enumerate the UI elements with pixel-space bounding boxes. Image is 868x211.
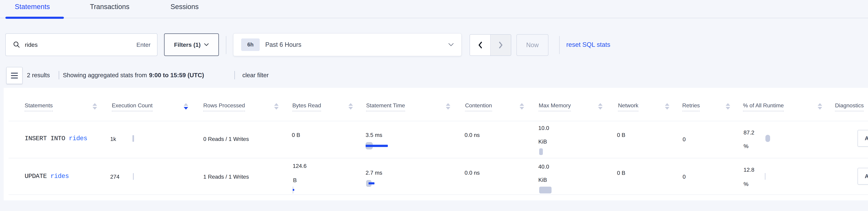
time-range-picker[interactable]: 6h Past 6 Hours (233, 33, 462, 56)
col-header-statement-time[interactable]: Statement Time (366, 102, 405, 111)
bytes-read-unit: B (293, 177, 297, 184)
separator (59, 71, 59, 79)
tab-transactions[interactable]: Transactions (90, 3, 129, 10)
pct-runtime-bar (766, 135, 770, 142)
search-input[interactable] (25, 41, 136, 48)
sort-icon-retries[interactable] (726, 103, 731, 110)
sort-icon-network[interactable] (665, 103, 670, 110)
time-range-badge: 6h (241, 38, 260, 51)
statement-time-mean-bar (366, 145, 388, 147)
col-header-retries[interactable]: Retries (682, 102, 700, 111)
separator (235, 71, 235, 79)
execution-count-value: 274 (110, 173, 119, 180)
sort-icon-rows-processed[interactable] (274, 103, 279, 110)
tab-sessions[interactable]: Sessions (170, 3, 198, 10)
col-header-execution-count[interactable]: Execution Count (112, 102, 153, 111)
showing-prefix: Showing aggregated stats from (63, 72, 147, 78)
header-divider (8, 121, 868, 121)
filters-label: Filters (1) (174, 42, 200, 48)
contention-value: 0.0 ns (465, 131, 479, 139)
execution-count-value: 1k (110, 135, 116, 143)
active-tab-indicator (5, 17, 64, 19)
table-bottom-border (8, 194, 868, 195)
pct-runtime-unit: % (744, 180, 748, 188)
max-memory-unit: KiB (538, 138, 547, 145)
max-memory-value: 10.0 (538, 124, 549, 132)
col-header-bytes-read[interactable]: Bytes Read (292, 102, 321, 111)
rows-processed-value: 1 Reads / 1 Writes (203, 173, 249, 180)
activate-diagnostics-button[interactable]: Activate (858, 130, 868, 147)
menu-icon (11, 73, 18, 78)
bytes-read-mean-bar (293, 189, 294, 191)
chevron-down-icon (204, 43, 209, 47)
max-memory-unit: KiB (538, 176, 547, 184)
max-memory-value: 40.0 (538, 163, 549, 170)
execution-count-bar (132, 135, 134, 142)
chevron-left-icon (477, 41, 483, 49)
search-enter-hint: Enter (136, 42, 151, 48)
col-header-network[interactable]: Network (618, 102, 638, 111)
col-header-pct-runtime[interactable]: % of All Runtime (743, 102, 784, 111)
chevron-down-icon (448, 43, 454, 47)
showing-stats-text: Showing aggregated stats from9:00 to 15:… (63, 72, 204, 79)
bytes-read-value: 0 B (292, 131, 300, 139)
col-header-diagnostics[interactable]: Diagnostics (835, 102, 864, 111)
statement-link[interactable]: INSERT INTO rides (25, 135, 87, 142)
pct-runtime-unit: % (744, 142, 748, 150)
retries-value: 0 (683, 136, 686, 143)
now-button[interactable]: Now (517, 34, 549, 56)
toolbar-divider (226, 36, 226, 54)
results-count: 2 results (27, 72, 50, 79)
toolbar-divider (559, 36, 560, 54)
statements-table: Statements Execution Count Rows Processe… (4, 88, 868, 201)
search-box[interactable]: Enter (5, 33, 157, 56)
max-memory-bar (539, 187, 552, 193)
execution-count-bar (133, 173, 134, 180)
previous-window-button[interactable] (470, 35, 491, 55)
sort-icon-max-memory[interactable] (598, 103, 603, 110)
col-header-max-memory[interactable]: Max Memory (539, 102, 571, 111)
sort-icon-statement-time[interactable] (446, 103, 451, 110)
sort-icon-statements[interactable] (93, 103, 97, 110)
clear-filter-link[interactable]: clear filter (242, 72, 269, 79)
time-range-label: Past 6 Hours (265, 41, 301, 48)
rows-processed-value: 0 Reads / 1 Writes (203, 135, 249, 143)
sort-icon-bytes-read[interactable] (348, 103, 353, 110)
sql-table-name: rides (69, 135, 87, 142)
contention-value: 0.0 ns (465, 169, 479, 176)
bytes-read-value: 124.6 (293, 162, 307, 169)
retries-value: 0 (683, 173, 686, 180)
network-value: 0 B (617, 131, 625, 139)
statement-link[interactable]: UPDATE rides (25, 173, 69, 180)
max-memory-bar (539, 149, 543, 155)
col-header-rows-processed[interactable]: Rows Processed (203, 102, 245, 111)
column-selector-button[interactable] (6, 67, 23, 84)
time-window-pager (470, 34, 511, 56)
statements-page: { "colors": { "accent": "#1e46f5", "link… (0, 0, 868, 211)
sql-table-name: rides (50, 173, 69, 180)
chevron-right-icon (498, 41, 503, 49)
tab-statements[interactable]: Statements (15, 3, 50, 10)
statement-time-value: 2.7 ms (366, 169, 382, 176)
pct-runtime-bar (765, 173, 766, 180)
showing-time-range: 9:00 to 15:59 (UTC) (149, 72, 204, 78)
tabbar-divider (0, 18, 868, 18)
col-header-statements[interactable]: Statements (25, 102, 53, 111)
activate-diagnostics-button[interactable]: Activate (858, 168, 868, 185)
sort-icon-execution-count-desc[interactable] (184, 103, 189, 110)
sql-keyword: INSERT INTO (25, 135, 65, 142)
col-header-contention[interactable]: Contention (465, 102, 492, 111)
network-value: 0 B (617, 169, 625, 177)
statement-time-value: 3.5 ms (366, 131, 382, 139)
pct-runtime-value: 87.2 (744, 129, 754, 136)
reset-sql-stats-link[interactable]: reset SQL stats (566, 41, 610, 48)
filters-button[interactable]: Filters (1) (164, 33, 219, 56)
search-icon (13, 41, 21, 49)
row-divider (8, 158, 868, 158)
statement-time-mean-bar (369, 182, 374, 184)
sort-icon-pct-runtime[interactable] (818, 103, 823, 110)
sort-icon-contention[interactable] (520, 103, 524, 110)
pct-runtime-value: 12.8 (744, 166, 754, 174)
next-window-button[interactable] (491, 35, 511, 55)
sql-keyword: UPDATE (25, 173, 47, 180)
